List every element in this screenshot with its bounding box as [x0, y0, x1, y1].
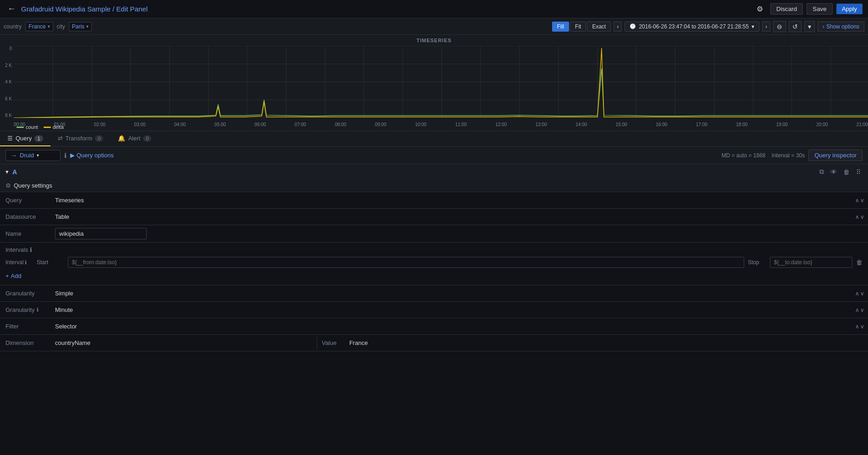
filter-value: Selector — [50, 320, 855, 333]
variable-bar: country France ▾ city Paris ▾ Fill Fit E… — [0, 18, 868, 35]
datasource-expand: ∧ ∨ — [855, 214, 868, 220]
settings-button[interactable]: ⚙ — [753, 3, 767, 15]
panel-tabs: ☰ Query 1 ⇄ Transform 0 🔔 Alert 0 — [0, 131, 868, 147]
zoom-out-button[interactable]: ⊖ — [773, 21, 786, 32]
druid-icon: → — [11, 152, 17, 159]
page-title: Grafadruid Wikipedia Sample / Edit Panel — [21, 5, 148, 13]
start-label: Start — [37, 259, 64, 266]
intervals-label: Intervals ℹ — [6, 246, 862, 253]
datasource-select[interactable]: → Druid ▾ — [6, 150, 61, 161]
back-button[interactable]: ← — [6, 2, 17, 16]
time-chevron-icon: ▾ — [752, 23, 754, 30]
drag-handle-icon: ⠿ — [854, 167, 862, 177]
refresh-options-button[interactable]: ▾ — [804, 21, 815, 32]
time-next-button[interactable]: › — [762, 22, 770, 32]
chart-legend: count delta — [17, 124, 64, 130]
hide-query-button[interactable]: 👁 — [829, 167, 839, 177]
section-a-actions: ⧉ 👁 🗑 ⠿ — [818, 167, 862, 177]
granularity-sub-collapse-button[interactable]: ∧ — [855, 307, 859, 313]
datasource-expand-button[interactable]: ∨ — [860, 214, 864, 220]
dimension-input[interactable] — [50, 337, 317, 349]
stop-label: Stop — [748, 259, 766, 266]
add-interval-button[interactable]: + Add — [6, 271, 22, 281]
save-button[interactable]: Save — [807, 3, 832, 15]
query-type-value: Timeseries — [50, 194, 855, 206]
delete-interval-button[interactable]: 🗑 — [856, 259, 862, 266]
interval-info-icon: ℹ — [25, 260, 27, 266]
count-color-swatch — [17, 127, 24, 128]
chevron-down-icon: ▾ — [6, 168, 9, 175]
country-var-label: country — [4, 23, 22, 30]
datasource-info-button[interactable]: ℹ — [64, 152, 66, 159]
intervals-info-icon: ℹ — [30, 246, 32, 253]
transform-tab-icon: ⇄ — [58, 135, 63, 142]
granularity-expand: ∧ ∨ — [855, 290, 868, 297]
query-type-label: Query — [0, 193, 50, 207]
clock-icon: 🕐 — [630, 23, 636, 29]
time-controls: Fill Fit Exact ‹ 🕐 2016-06-26 23:47:04 t… — [552, 21, 864, 32]
granularity-expand-button[interactable]: ∨ — [860, 290, 864, 297]
time-prev-button[interactable]: ‹ — [614, 22, 622, 32]
query-section-header-a[interactable]: ▾ A ⧉ 👁 🗑 ⠿ — [0, 164, 868, 179]
datasource-collapse-button[interactable]: ∧ — [855, 214, 859, 220]
filter-row: Filter Selector ∧ ∨ — [0, 318, 868, 334]
query-collapse-button[interactable]: ∧ — [855, 197, 859, 204]
stop-input[interactable] — [770, 257, 852, 268]
tab-alert[interactable]: 🔔 Alert 0 — [111, 131, 159, 146]
delta-color-swatch — [44, 127, 51, 128]
country-var-select[interactable]: France ▾ — [25, 22, 53, 31]
start-input[interactable] — [68, 257, 744, 268]
filter-expand-button[interactable]: ∨ — [860, 323, 864, 330]
filter-expand: ∧ ∨ — [855, 323, 868, 330]
granularity-sub-expand-button[interactable]: ∨ — [860, 307, 864, 313]
plus-icon: + — [6, 272, 9, 279]
query-tab-icon: ☰ — [7, 135, 13, 142]
delete-query-button[interactable]: 🗑 — [841, 167, 851, 177]
exact-button[interactable]: Exact — [587, 22, 611, 32]
tab-query[interactable]: ☰ Query 1 — [0, 131, 50, 146]
interval-sub-label: Interval ℹ — [6, 259, 33, 266]
fit-button[interactable]: Fit — [570, 22, 586, 32]
granularity-row-value: Simple — [50, 287, 855, 300]
datasource-bar: → Druid ▾ ℹ ▶ Query options MD = auto = … — [0, 147, 868, 164]
query-inspector-button[interactable]: Query inspector — [808, 150, 862, 161]
gear-icon: ⚙ — [6, 182, 11, 189]
query-options-button[interactable]: ▶ Query options — [70, 152, 114, 159]
datasource-row-label: Datasource — [0, 210, 50, 224]
dimension-row: Dimension Value — [0, 334, 868, 351]
query-expand-button[interactable]: ∨ — [860, 197, 864, 204]
granularity-row-label: Granularity — [0, 286, 50, 300]
legend-delta: delta — [44, 124, 64, 130]
time-range-picker[interactable]: 🕐 2016-06-26 23:47:04 to 2016-06-27 21:2… — [625, 22, 759, 32]
value-input[interactable] — [345, 337, 868, 349]
legend-count: count — [17, 124, 38, 130]
name-row-label: Name — [0, 227, 50, 241]
query-form: ▾ A ⧉ 👁 🗑 ⠿ ⚙ Query settings Query Times… — [0, 164, 868, 351]
query-section-a: ▾ A ⧉ 👁 🗑 ⠿ ⚙ Query settings Query Times… — [0, 164, 868, 351]
fill-button[interactable]: Fill — [552, 22, 569, 32]
filter-collapse-button[interactable]: ∧ — [855, 323, 859, 330]
filter-label: Filter — [0, 319, 50, 333]
view-mode-buttons: Fill Fit Exact — [552, 22, 611, 32]
granularity-sub-row: Granularity ℹ Minute ∧ ∨ — [0, 301, 868, 318]
y-axis-labels: 8 K 6 K 4 K 2 K 0 — [0, 46, 14, 118]
name-input[interactable] — [55, 228, 147, 239]
granularity-info-icon: ℹ — [37, 307, 39, 313]
datasource-row: Datasource Table ∧ ∨ — [0, 208, 868, 225]
top-bar: ← Grafadruid Wikipedia Sample / Edit Pan… — [0, 0, 868, 18]
city-var-select[interactable]: Paris ▾ — [69, 22, 92, 31]
discard-button[interactable]: Discard — [770, 3, 803, 15]
query-settings-label: Query settings — [14, 182, 52, 189]
query-options-expand-icon: ▶ — [70, 152, 75, 159]
x-axis-labels: 00:00 01:00 02:00 03:00 04:00 05:00 06:0… — [14, 122, 868, 127]
top-bar-actions: ⚙ Discard Save Apply — [753, 3, 862, 15]
show-options-button[interactable]: ‹ Show options — [818, 22, 864, 32]
name-row: Name — [0, 225, 868, 242]
apply-button[interactable]: Apply — [836, 4, 862, 14]
name-row-value — [50, 225, 868, 242]
tab-transform[interactable]: ⇄ Transform 0 — [50, 131, 111, 146]
granularity-collapse-button[interactable]: ∧ — [855, 290, 859, 297]
chart-container: TIMESERIES 8 K 6 K 4 K 2 K 0 — [0, 35, 868, 131]
copy-query-button[interactable]: ⧉ — [818, 167, 826, 177]
refresh-button[interactable]: ↺ — [789, 21, 802, 32]
